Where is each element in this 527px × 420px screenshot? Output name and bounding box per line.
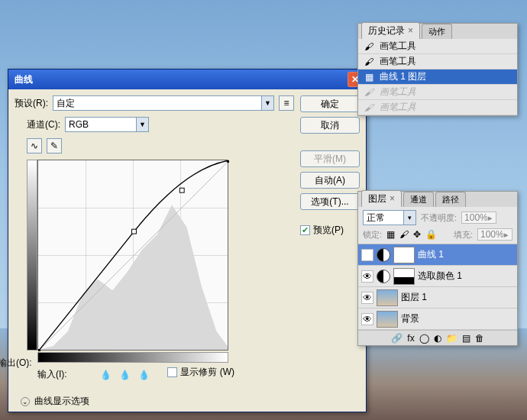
- curve-grid[interactable]: [37, 160, 228, 351]
- layer-name: 曲线 1: [418, 248, 444, 261]
- link-layers-icon[interactable]: 🔗: [391, 333, 403, 344]
- fill-input[interactable]: 100% ▸: [477, 228, 512, 241]
- tab-history[interactable]: 历史记录×: [361, 22, 420, 39]
- close-icon[interactable]: ×: [390, 193, 395, 204]
- history-list: 🖌画笔工具 🖌画笔工具 ▦曲线 1 图层 🖌画笔工具 🖌画笔工具: [358, 39, 517, 115]
- opacity-input[interactable]: 100% ▸: [461, 212, 496, 224]
- tab-actions[interactable]: 动作: [422, 24, 452, 39]
- history-item[interactable]: ▦曲线 1 图层: [358, 69, 517, 85]
- layer-thumb[interactable]: [377, 289, 398, 306]
- layer-list: 👁 曲线 1 👁 选取颜色 1 👁 图层 1 👁 背景: [358, 244, 517, 330]
- input-gradient: [37, 352, 228, 363]
- layer-name: 选取颜色 1: [418, 270, 462, 283]
- new-adjustment-icon[interactable]: ◐: [434, 333, 441, 344]
- layers-panel: 图层× 通道 路径 正常▾ 不透明度: 100% ▸ 锁定: ▦ 🖌 ✥ 🔒 填…: [357, 191, 518, 346]
- preset-value: 自定: [57, 97, 75, 110]
- blend-mode-select[interactable]: 正常▾: [363, 210, 416, 225]
- svg-rect-3: [179, 188, 184, 192]
- brush-icon: 🖌: [363, 87, 375, 98]
- history-item[interactable]: 🖌画笔工具: [358, 100, 517, 115]
- layer-row[interactable]: 👁 图层 1: [358, 287, 517, 309]
- layer-fx-icon[interactable]: fx: [407, 333, 414, 344]
- dialog-titlebar[interactable]: 曲线 ✕: [8, 69, 366, 89]
- preset-select[interactable]: 自定 ▼: [53, 95, 274, 111]
- channel-label: 通道(C):: [27, 118, 60, 131]
- input-label: 输入(I):: [37, 369, 67, 380]
- curves-adjustment-icon: [377, 248, 390, 262]
- add-mask-icon[interactable]: ◯: [419, 333, 429, 344]
- preview-checkbox[interactable]: ✔: [300, 225, 310, 235]
- brush-icon: 🖌: [363, 102, 375, 113]
- dialog-title: 曲线: [15, 73, 33, 86]
- show-clipping-label: 显示修剪 (W): [180, 366, 234, 379]
- history-tabs: 历史记录× 动作: [358, 24, 517, 39]
- opacity-label: 不透明度:: [421, 212, 457, 224]
- visibility-toggle[interactable]: 👁: [361, 270, 373, 283]
- svg-line-0: [38, 160, 229, 351]
- display-options-label: 曲线显示选项: [34, 395, 89, 408]
- channel-value: RGB: [69, 119, 89, 130]
- chevron-down-icon: ▼: [136, 118, 148, 131]
- show-clipping-checkbox[interactable]: [167, 367, 177, 377]
- lock-image-icon[interactable]: 🖌: [399, 229, 409, 240]
- adjustment-layer-icon: ▦: [363, 72, 375, 82]
- delete-layer-icon[interactable]: 🗑: [475, 333, 484, 344]
- history-item[interactable]: 🖌画笔工具: [358, 39, 517, 54]
- auto-button[interactable]: 自动(A): [300, 172, 360, 189]
- layers-footer: 🔗 fx ◯ ◐ 📁 ▤ 🗑: [358, 330, 517, 345]
- layer-mask-thumb[interactable]: [393, 268, 415, 285]
- options-button[interactable]: 选项(T)...: [300, 193, 360, 210]
- output-gradient: [27, 160, 37, 351]
- svg-rect-2: [132, 229, 137, 234]
- black-point-eyedropper-icon[interactable]: 💧: [100, 370, 112, 380]
- lock-position-icon[interactable]: ✥: [413, 229, 421, 240]
- ok-button[interactable]: 确定: [300, 95, 360, 112]
- preview-label: 预览(P): [313, 224, 344, 237]
- visibility-toggle[interactable]: 👁: [361, 249, 373, 261]
- history-item[interactable]: 🖌画笔工具: [358, 54, 517, 69]
- layer-name: 背景: [401, 312, 419, 325]
- lock-all-icon[interactable]: 🔒: [425, 229, 437, 240]
- visibility-toggle[interactable]: 👁: [361, 313, 373, 325]
- history-panel: 历史记录× 动作 🖌画笔工具 🖌画笔工具 ▦曲线 1 图层 🖌画笔工具 🖌画笔工…: [357, 23, 518, 116]
- chevron-down-icon: ▾: [403, 211, 415, 225]
- svg-rect-4: [227, 160, 229, 163]
- expand-display-options[interactable]: ⌄: [21, 397, 30, 406]
- smooth-button: 平滑(M): [300, 150, 360, 167]
- chevron-down-icon: ▼: [261, 96, 273, 110]
- gray-point-eyedropper-icon[interactable]: 💧: [119, 370, 131, 380]
- fill-label: 填充:: [454, 229, 473, 241]
- selective-color-icon: [377, 270, 390, 283]
- channel-select[interactable]: RGB ▼: [65, 117, 149, 132]
- svg-rect-1: [38, 349, 40, 351]
- curve-pencil-tool[interactable]: ✎: [47, 138, 62, 153]
- layer-row[interactable]: 👁 曲线 1: [358, 244, 517, 266]
- lock-label: 锁定:: [363, 229, 382, 241]
- layer-name: 图层 1: [401, 291, 427, 304]
- preset-label: 预设(R):: [15, 97, 48, 110]
- tab-paths[interactable]: 路径: [435, 192, 466, 207]
- white-point-eyedropper-icon[interactable]: 💧: [138, 370, 150, 380]
- layers-tabs: 图层× 通道 路径: [358, 192, 517, 207]
- curve-editor[interactable]: 输出(O):: [27, 160, 294, 351]
- layer-mask-thumb[interactable]: [393, 247, 415, 263]
- brush-icon: 🖌: [363, 41, 375, 52]
- new-group-icon[interactable]: 📁: [446, 333, 457, 344]
- close-icon[interactable]: ×: [408, 25, 413, 36]
- preset-menu-button[interactable]: ≡: [279, 95, 294, 111]
- new-layer-icon[interactable]: ▤: [462, 333, 470, 344]
- curves-dialog: 曲线 ✕ 预设(R): 自定 ▼ ≡ 通道(C): RGB ▼ ∿: [8, 69, 367, 412]
- layer-thumb[interactable]: [377, 311, 398, 328]
- cancel-button[interactable]: 取消: [300, 117, 360, 134]
- output-label: 输出(O):: [0, 357, 32, 370]
- tab-channels[interactable]: 通道: [403, 192, 434, 207]
- lock-transparent-icon[interactable]: ▦: [386, 229, 395, 240]
- history-item[interactable]: 🖌画笔工具: [358, 85, 517, 100]
- curve-point-tool[interactable]: ∿: [27, 138, 42, 153]
- tab-layers[interactable]: 图层×: [361, 190, 402, 207]
- layer-row[interactable]: 👁 选取颜色 1: [358, 266, 517, 287]
- curve-line[interactable]: [38, 160, 229, 351]
- layer-row[interactable]: 👁 背景: [358, 309, 517, 330]
- brush-icon: 🖌: [363, 57, 375, 67]
- visibility-toggle[interactable]: 👁: [361, 292, 373, 304]
